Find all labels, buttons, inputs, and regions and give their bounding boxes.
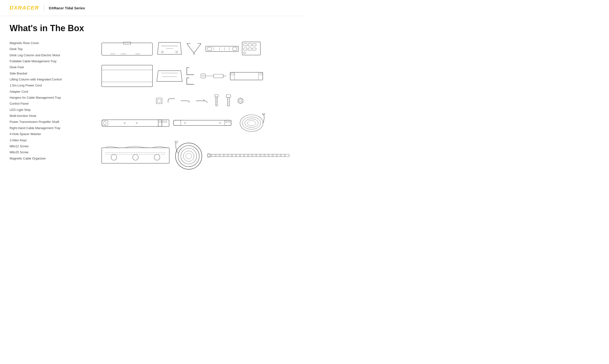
list-item: Power Transmission Propeller Shaft <box>10 119 96 125</box>
desk-feet-svg <box>186 40 202 57</box>
svg-rect-77 <box>225 120 231 126</box>
list-item: Control Panel <box>10 101 96 106</box>
l-bracket-svg <box>186 66 198 86</box>
svg-rect-108 <box>243 155 245 156</box>
hook2-svg <box>180 98 191 104</box>
svg-rect-78 <box>225 121 227 122</box>
svg-rect-114 <box>268 155 269 156</box>
svg-point-73 <box>136 122 137 124</box>
list-item: Lifting Column with Integrated Control <box>10 76 96 82</box>
svg-rect-116 <box>276 155 277 156</box>
svg-rect-45 <box>231 73 234 75</box>
hex-bolt2-svg <box>224 94 233 107</box>
header-title: DXRacer Tidal Series <box>49 6 85 10</box>
items-list: Magnetic Rear Cover Desk Top Desk Leg Co… <box>10 40 101 171</box>
svg-rect-102 <box>219 155 220 156</box>
svg-rect-0 <box>102 43 152 55</box>
svg-point-64 <box>239 100 242 102</box>
svg-point-82 <box>240 115 263 131</box>
svg-rect-26 <box>253 48 256 50</box>
svg-rect-57 <box>226 95 231 97</box>
svg-rect-111 <box>256 155 257 156</box>
svg-point-90 <box>154 155 160 160</box>
hex-bolt1-svg <box>213 94 220 107</box>
svg-rect-107 <box>239 155 241 156</box>
svg-rect-70 <box>162 121 164 122</box>
svg-point-72 <box>124 122 125 124</box>
list-item: M6x12 Screw <box>10 143 96 149</box>
header-divider <box>44 4 44 12</box>
coiled-cable-svg <box>238 113 265 132</box>
list-item: M8x20 Screw <box>10 149 96 155</box>
long-column-svg <box>173 117 235 129</box>
svg-rect-36 <box>201 74 205 78</box>
list-item: Desk Feet <box>10 64 96 70</box>
logo: DXRACER <box>10 5 39 11</box>
list-item: LED Light Strip <box>10 107 96 113</box>
list-item: 3 Allen Keys <box>10 137 96 143</box>
svg-marker-63 <box>238 98 243 104</box>
svg-rect-48 <box>157 99 161 103</box>
svg-rect-58 <box>228 97 229 106</box>
svg-rect-27 <box>244 52 246 54</box>
header: DXRACER DXRacer Tidal Series <box>0 0 304 16</box>
svg-rect-40 <box>214 74 223 78</box>
illus-row-2b <box>101 94 295 107</box>
svg-rect-99 <box>208 154 289 157</box>
svg-point-84 <box>245 119 258 127</box>
svg-rect-51 <box>215 95 218 97</box>
svg-rect-69 <box>159 121 161 122</box>
led-strip-svg <box>207 152 291 159</box>
panel2-svg <box>101 64 153 88</box>
svg-rect-13 <box>206 46 238 52</box>
svg-rect-115 <box>272 155 273 156</box>
svg-rect-28 <box>102 65 152 87</box>
svg-rect-66 <box>102 121 108 126</box>
page-title: What's in The Box <box>10 23 295 33</box>
svg-point-88 <box>111 155 117 160</box>
svg-rect-101 <box>215 155 216 156</box>
list-item: Desk Top <box>10 46 96 52</box>
bracket-bar-svg <box>205 42 239 55</box>
led-coil-svg <box>173 140 204 171</box>
svg-point-81 <box>219 122 221 124</box>
svg-rect-75 <box>174 120 231 126</box>
list-item: 4-Hole Spacer Washer <box>10 131 96 137</box>
svg-rect-22 <box>248 44 251 46</box>
list-item: Magnetic Cable Organizer <box>10 156 96 161</box>
control-box-svg <box>242 41 261 56</box>
content-layout: Magnetic Rear Cover Desk Top Desk Leg Co… <box>10 40 295 171</box>
svg-point-67 <box>103 122 106 125</box>
svg-rect-105 <box>231 155 233 156</box>
main-content: What's in The Box Magnetic Rear Cover De… <box>0 16 304 181</box>
curved-hook-svg <box>195 97 208 104</box>
svg-rect-20 <box>242 42 260 55</box>
svg-rect-71 <box>165 121 167 122</box>
hex-nut-svg <box>237 97 244 104</box>
hook1-svg <box>167 97 176 104</box>
svg-rect-65 <box>102 120 162 126</box>
svg-point-96 <box>183 151 194 161</box>
svg-point-93 <box>176 143 202 169</box>
svg-rect-112 <box>260 155 261 156</box>
svg-point-94 <box>178 146 199 167</box>
svg-rect-100 <box>211 155 212 156</box>
desk-top-svg <box>101 40 153 57</box>
illus-row-4 <box>101 140 295 171</box>
svg-marker-31 <box>157 71 182 81</box>
lifting-col-svg <box>101 115 170 130</box>
svg-rect-109 <box>248 155 249 156</box>
svg-rect-68 <box>158 120 169 126</box>
illus-row-3 <box>101 113 295 132</box>
list-item: Desk Leg Column and Electric Motor <box>10 52 96 58</box>
list-item: Foldable Cable Management Tray <box>10 58 96 64</box>
svg-rect-104 <box>227 155 228 156</box>
list-item: 1.5m-Long Power Cord <box>10 82 96 88</box>
list-item: Multi-function Hook <box>10 113 96 119</box>
svg-rect-14 <box>208 47 211 51</box>
desk-leg-svg <box>156 40 183 57</box>
list-item: Side Bracket <box>10 70 96 76</box>
list-item: Adapter Cord <box>10 89 96 95</box>
svg-rect-117 <box>280 155 281 156</box>
washer-small-svg <box>156 97 163 104</box>
